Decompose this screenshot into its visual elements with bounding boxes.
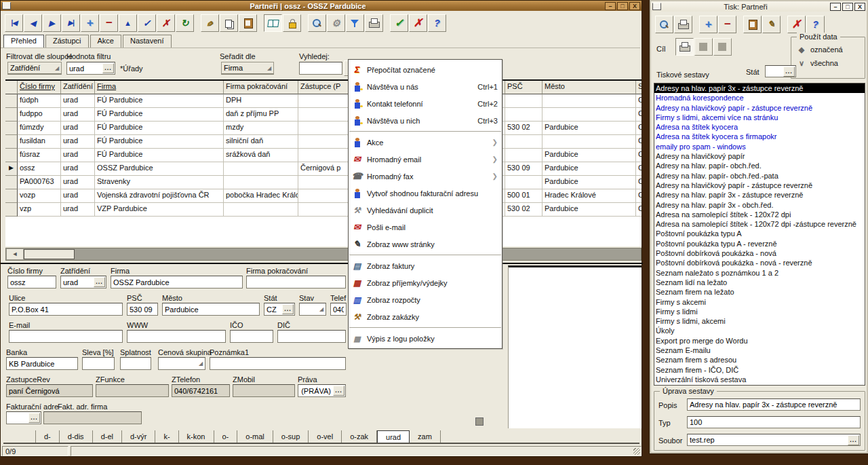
edit-record-button[interactable] xyxy=(119,14,137,32)
delete-record-button[interactable] xyxy=(100,14,118,32)
table-cell[interactable]: DPH xyxy=(224,94,298,108)
tab-nastavení[interactable]: Nastavení xyxy=(123,35,172,48)
close-x-button[interactable] xyxy=(409,14,427,32)
magnifier-button[interactable] xyxy=(655,16,673,33)
table-cell[interactable]: vozp xyxy=(18,189,61,203)
popis-field[interactable] xyxy=(687,398,861,411)
report-list-item[interactable]: Seznam firem na ležato xyxy=(654,287,865,297)
report-list-item[interactable]: Poštovní poukázka typu A xyxy=(654,229,865,238)
fakturacni-adresa-browse-button[interactable]: ... xyxy=(28,413,40,423)
filter-value-browse-button[interactable]: ... xyxy=(102,63,114,73)
menu-item[interactable]: Akce❯ xyxy=(349,134,502,151)
edit-pen-button[interactable] xyxy=(762,16,781,33)
ok-button[interactable] xyxy=(390,14,408,32)
table-cell[interactable] xyxy=(542,94,636,108)
table-cell[interactable]: FÚ Pardubice xyxy=(95,149,224,162)
table-cell[interactable]: 530 09 xyxy=(505,162,542,176)
ulice-field[interactable] xyxy=(9,303,123,316)
table-cell[interactable]: C xyxy=(636,149,642,162)
report-list-item[interactable]: Poštovní dobírková poukázka - nová xyxy=(654,248,865,258)
gear-button[interactable] xyxy=(327,14,345,32)
table-cell[interactable] xyxy=(542,108,636,122)
table-cell[interactable]: srážková daň xyxy=(224,149,298,162)
cislo-firmy-input[interactable] xyxy=(8,278,56,286)
table-row[interactable]: fudppouradFÚ Pardubicedaň z příjmu PPC xyxy=(5,108,642,122)
poznamka1-field[interactable] xyxy=(210,357,346,370)
table-cell[interactable]: OSSZ Pardubice xyxy=(95,162,224,176)
table-cell[interactable]: C xyxy=(636,122,642,135)
table-row[interactable]: ▶osszuradOSSZ PardubiceČernigová p530 09… xyxy=(5,162,642,176)
banka-input[interactable] xyxy=(7,360,77,368)
row-marker[interactable] xyxy=(5,176,18,189)
add-record-button[interactable] xyxy=(699,16,717,33)
row-marker[interactable] xyxy=(5,203,18,217)
row-marker[interactable] xyxy=(5,135,18,149)
filter-column-value[interactable] xyxy=(8,64,53,72)
table-row[interactable]: vzpuradVZP Pardubice530 02PardubiceC xyxy=(5,203,642,217)
prava-browse-button[interactable]: ... xyxy=(333,386,344,396)
table-cell[interactable]: Pardubice xyxy=(542,149,636,162)
table-cell[interactable]: ossz xyxy=(18,162,61,176)
report-list-item[interactable]: Adresy na hlav. papír- obch.řed. xyxy=(654,161,865,170)
horizontal-scrollbar[interactable]: ◄ xyxy=(5,248,642,261)
report-list-item[interactable]: Adresy na hlav. papír 3x - zástupce reve… xyxy=(654,190,865,200)
table-cell[interactable]: mzdy xyxy=(224,122,298,135)
main-titlebar[interactable]: Partneři | ossz - OSSZ Pardubice – □ X xyxy=(1,1,642,11)
stat-input[interactable] xyxy=(264,305,282,314)
cislo-firmy-field[interactable] xyxy=(7,276,56,289)
column-header[interactable]: Firma pokračování xyxy=(224,81,298,94)
sleva-field[interactable] xyxy=(82,357,115,370)
table-cell[interactable]: Pardubice xyxy=(542,176,636,189)
printer-button[interactable] xyxy=(674,16,692,33)
use-data-option-all[interactable]: ∨ všechna xyxy=(791,56,865,70)
table-cell[interactable] xyxy=(224,176,298,189)
report-list-item[interactable]: Seznam firem s adresou xyxy=(654,355,865,365)
print-stat-field[interactable]: ... xyxy=(765,65,796,77)
close-button[interactable]: X xyxy=(629,2,640,10)
table-cell[interactable]: Pardubice xyxy=(542,203,636,217)
table-cell[interactable]: FÚ Pardubice xyxy=(95,122,224,135)
zatrideni-browse-button[interactable]: ... xyxy=(94,277,105,287)
menu-item[interactable]: Přepočítat označené xyxy=(349,61,502,78)
category-tab-urad[interactable]: urad xyxy=(377,430,410,443)
report-list-item[interactable]: Seznam naležato s poznámkou 1 a 2 xyxy=(654,268,865,278)
report-list-item[interactable]: Adresy na hlav. papír 3x - obch.řed. xyxy=(654,200,865,210)
notes-panel[interactable] xyxy=(508,265,642,428)
table-cell[interactable]: urad xyxy=(61,135,95,149)
column-header[interactable]: Město xyxy=(542,81,636,94)
report-list-item[interactable]: Adresa na štítek kyocera xyxy=(654,122,865,132)
category-tab-o-[interactable]: o- xyxy=(214,430,238,443)
scroll-left-button[interactable]: ◄ xyxy=(7,249,23,259)
stat-browse-button[interactable]: ... xyxy=(282,304,294,314)
scrollbar-thumb[interactable] xyxy=(24,249,75,259)
menu-item[interactable]: Hromadný fax❯ xyxy=(349,168,502,185)
menu-item[interactable]: Výpis z logu položky xyxy=(349,330,502,347)
row-marker[interactable] xyxy=(5,189,18,203)
search-field[interactable] xyxy=(299,62,342,75)
splitter-handle[interactable] xyxy=(475,417,484,426)
report-list-item[interactable]: Seznam lidí na ležato xyxy=(654,278,865,287)
table-cell[interactable]: Pardubice xyxy=(542,162,636,176)
report-list-item[interactable]: Seznam firem - IČO, DIČ xyxy=(654,365,865,375)
splatnost-field[interactable] xyxy=(120,357,151,370)
report-list-item[interactable]: emaily pro spam - windows xyxy=(654,142,865,151)
stat-field[interactable]: ... xyxy=(264,303,295,316)
category-tab-o-zak[interactable]: o-zak xyxy=(342,430,377,443)
table-row[interactable]: PA000763uradStravenkyPardubiceC xyxy=(5,176,642,189)
printer-button[interactable] xyxy=(365,14,383,32)
menu-item[interactable]: Návštěva u nichCtrl+3 xyxy=(349,112,502,129)
help-button[interactable] xyxy=(428,14,446,32)
chevron-down-icon[interactable]: ◢ xyxy=(53,65,61,71)
close-button[interactable]: X xyxy=(854,3,865,11)
cenova-skupina-field[interactable]: ◢ xyxy=(158,357,205,370)
table-cell[interactable]: FÚ Pardubice xyxy=(95,135,224,149)
table-cell[interactable]: Hradec Králové xyxy=(542,189,636,203)
psc-input[interactable] xyxy=(127,305,157,314)
table-row[interactable]: vozpuradVojenská zdravotní pojišťovna ČR… xyxy=(5,189,642,203)
column-header[interactable]: S xyxy=(636,81,642,94)
table-cell[interactable]: VZP Pardubice xyxy=(95,203,224,217)
delete-record-button[interactable] xyxy=(718,16,736,33)
last-record-button[interactable] xyxy=(62,14,80,32)
table-cell[interactable]: fúmzdy xyxy=(18,122,61,135)
post-record-button[interactable] xyxy=(138,14,156,32)
